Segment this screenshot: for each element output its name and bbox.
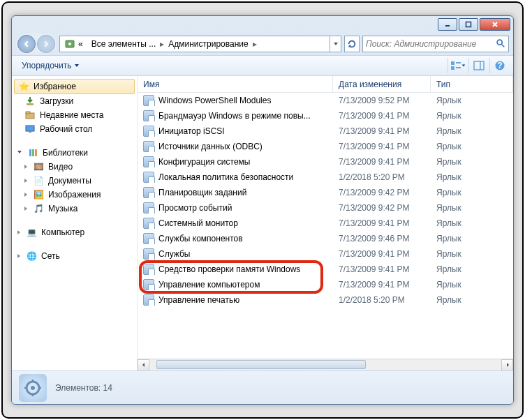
- svg-rect-18: [29, 131, 31, 133]
- file-date: 7/13/2009 9:41 PM: [333, 157, 431, 167]
- search-icon: [496, 38, 505, 50]
- file-list: Windows PowerShell Modules7/13/2009 9:52…: [138, 93, 513, 359]
- file-row[interactable]: Управление компьютером7/13/2009 9:41 PMЯ…: [138, 277, 513, 292]
- file-row[interactable]: Брандмауэр Windows в режиме повы...7/13/…: [138, 108, 513, 123]
- sidebar-item-label: Недавние места: [40, 110, 103, 120]
- breadcrumb[interactable]: « Все элементы ... ▸ Администрирование ▸: [59, 36, 341, 52]
- shortcut-icon: [143, 156, 154, 167]
- file-row[interactable]: Источники данных (ODBC)7/13/2009 9:41 PM…: [138, 139, 513, 154]
- star-icon: ⭐: [18, 81, 29, 92]
- svg-rect-21: [35, 149, 37, 156]
- back-button[interactable]: [17, 35, 36, 53]
- shortcut-icon: [143, 95, 154, 106]
- sidebar-item-downloads[interactable]: Загрузки: [12, 94, 137, 108]
- file-row[interactable]: Управление печатью1/2/2018 5:20 PMЯрлык: [138, 292, 513, 308]
- file-row[interactable]: Службы7/13/2009 9:41 PMЯрлык: [138, 246, 513, 262]
- svg-rect-20: [32, 149, 34, 156]
- header-date[interactable]: Дата изменения: [333, 76, 431, 92]
- refresh-button[interactable]: [344, 36, 360, 52]
- sidebar-item-music[interactable]: 🎵Музыка: [12, 202, 137, 216]
- scroll-right-button[interactable]: [501, 359, 513, 371]
- file-row[interactable]: Инициатор iSCSI7/13/2009 9:41 PMЯрлык: [138, 123, 513, 139]
- breadcrumb-root[interactable]: «: [60, 36, 87, 52]
- svg-point-3: [68, 43, 71, 45]
- file-date: 7/13/2009 9:41 PM: [333, 142, 431, 151]
- folder-gear-icon: [19, 374, 47, 402]
- file-row[interactable]: Локальная политика безопасности1/2/2018 …: [138, 170, 513, 185]
- view-options-button[interactable]: [448, 58, 467, 73]
- sidebar-item-images[interactable]: 🖼️Изображения: [12, 188, 137, 202]
- file-date: 7/13/2009 9:52 PM: [333, 96, 431, 105]
- file-type: Ярлык: [431, 96, 513, 105]
- help-button[interactable]: ?: [489, 58, 509, 73]
- file-row[interactable]: Планировщик заданий7/13/2009 9:42 PMЯрлы…: [138, 185, 513, 200]
- search-input[interactable]: [366, 39, 496, 49]
- horizontal-scrollbar[interactable]: [138, 359, 513, 370]
- minimize-button[interactable]: [438, 18, 457, 31]
- shortcut-icon: [143, 233, 154, 244]
- scroll-thumb[interactable]: [156, 360, 366, 369]
- header-name[interactable]: Имя: [138, 76, 333, 92]
- file-date: 7/13/2009 9:41 PM: [333, 218, 431, 228]
- sidebar-item-desktop[interactable]: Рабочий стол: [12, 122, 137, 136]
- preview-pane-button[interactable]: [468, 58, 488, 73]
- sidebar-computer-label: Компьютер: [41, 227, 84, 237]
- file-row[interactable]: Windows PowerShell Modules7/13/2009 9:52…: [138, 93, 513, 108]
- shortcut-icon: [143, 172, 154, 183]
- svg-rect-19: [29, 149, 31, 156]
- column-headers: Имя Дата изменения Тип: [138, 76, 513, 93]
- sidebar-favorites[interactable]: ⭐ Избранное: [14, 79, 135, 94]
- file-row[interactable]: Просмотр событий7/13/2009 9:42 PMЯрлык: [138, 200, 513, 216]
- breadcrumb-trail-icon: «: [78, 39, 83, 49]
- file-date: 1/2/2018 5:20 PM: [333, 295, 431, 305]
- file-name: Планировщик заданий: [158, 188, 246, 197]
- svg-rect-16: [26, 112, 30, 114]
- documents-icon: 📄: [33, 175, 44, 186]
- expand-icon: [24, 207, 27, 211]
- svg-point-4: [497, 40, 502, 45]
- file-row[interactable]: Системный монитор7/13/2009 9:41 PMЯрлык: [138, 216, 513, 231]
- status-bar: Элементов: 14: [12, 370, 513, 404]
- search-box[interactable]: [362, 36, 509, 52]
- shortcut-icon: [143, 141, 154, 152]
- sidebar-favorites-label: Избранное: [34, 82, 76, 91]
- sidebar-item-label: Изображения: [48, 190, 101, 200]
- main-pane: Имя Дата изменения Тип Windows PowerShel…: [138, 76, 513, 370]
- file-date: 7/13/2009 9:41 PM: [333, 264, 431, 274]
- expand-icon: [17, 230, 20, 234]
- file-name: Источники данных (ODBC): [158, 142, 262, 151]
- header-type[interactable]: Тип: [431, 76, 513, 92]
- expand-icon: [24, 193, 27, 197]
- sidebar-item-video[interactable]: 🎞️Видео: [12, 160, 137, 174]
- file-row[interactable]: Службы компонентов7/13/2009 9:46 PMЯрлык: [138, 231, 513, 246]
- shortcut-icon: [143, 187, 154, 198]
- maximize-button[interactable]: [459, 18, 478, 31]
- file-name: Системный монитор: [158, 218, 238, 228]
- file-name: Конфигурация системы: [158, 157, 250, 167]
- sidebar-item-recent[interactable]: Недавние места: [12, 108, 137, 122]
- sidebar-libraries[interactable]: Библиотеки: [12, 146, 137, 160]
- status-text: Элементов: 14: [55, 383, 112, 393]
- scroll-left-button[interactable]: [138, 359, 149, 371]
- file-type: Ярлык: [431, 157, 513, 167]
- shortcut-icon: [143, 126, 154, 137]
- svg-rect-7: [451, 66, 454, 70]
- sidebar-item-documents[interactable]: 📄Документы: [12, 174, 137, 188]
- sidebar-network[interactable]: 🌐Сеть: [12, 249, 137, 263]
- close-button[interactable]: [480, 18, 510, 31]
- shortcut-icon: [143, 202, 154, 213]
- breadcrumb-seg-2[interactable]: Администрирование: [164, 36, 252, 52]
- forward-button[interactable]: [37, 35, 55, 53]
- organize-button[interactable]: Упорядочить: [16, 59, 85, 73]
- breadcrumb-seg-1[interactable]: Все элементы ...: [87, 36, 161, 52]
- shortcut-icon: [143, 110, 154, 121]
- scroll-track[interactable]: [149, 359, 501, 371]
- file-row[interactable]: Конфигурация системы7/13/2009 9:41 PMЯрл…: [138, 154, 513, 170]
- expand-icon: [17, 254, 20, 258]
- file-name: Инициатор iSCSI: [158, 126, 225, 136]
- sidebar: ⭐ Избранное Загрузки Недавние места Рабо…: [12, 76, 138, 370]
- file-type: Ярлык: [431, 234, 513, 243]
- sidebar-computer[interactable]: 💻Компьютер: [12, 225, 137, 239]
- history-dropdown-button[interactable]: [330, 36, 341, 52]
- file-row[interactable]: Средство проверки памяти Windows7/13/200…: [138, 262, 513, 277]
